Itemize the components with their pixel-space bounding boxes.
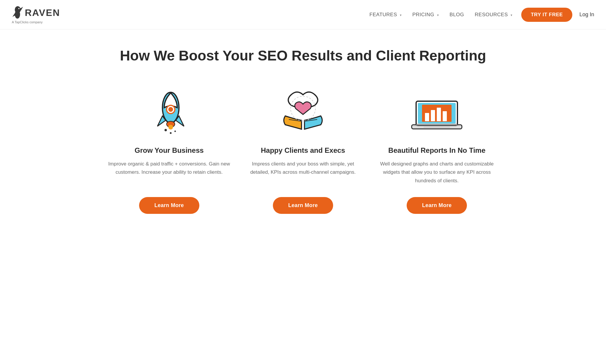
card-reports-desc: Well designed graphs and charts and cust… [376,160,498,186]
learn-more-grow-button[interactable]: Learn More [139,197,199,214]
svg-point-7 [168,107,173,112]
svg-marker-1 [20,7,23,11]
svg-point-12 [174,130,176,132]
svg-rect-22 [437,108,441,121]
card-clients-title: Happy Clients and Execs [261,146,345,155]
svg-point-9 [168,125,173,129]
svg-rect-23 [443,111,447,121]
card-reports: Beautiful Reports In No Time Well design… [376,85,498,214]
nav-item-blog[interactable]: BLOG [449,12,464,18]
raven-bird-icon [12,6,23,20]
nav-links: FEATURES ▾ PRICING ▾ BLOG RESOURCES ▾ [369,12,512,18]
chevron-down-icon: ▾ [511,13,513,17]
svg-point-3 [15,10,20,19]
heart-hands-icon [276,85,330,138]
card-happy-clients: Happy Clients and Execs Impress clients … [242,85,364,214]
page-title: How We Boost Your SEO Results and Client… [108,47,498,64]
try-it-free-button[interactable]: TRY IT FREE [521,8,572,22]
svg-point-4 [18,8,19,9]
chevron-down-icon: ▾ [437,13,439,17]
card-grow-desc: Improve organic & paid traffic + convers… [108,160,230,186]
svg-point-11 [170,132,172,134]
rocket-icon [143,85,196,138]
nav-item-pricing[interactable]: PRICING ▾ [412,12,439,18]
laptop-chart-icon [410,85,463,138]
card-grow-business: Grow Your Business Improve organic & pai… [108,85,230,214]
svg-point-10 [164,129,167,131]
logo-tagline: A TapClicks company [12,20,43,24]
svg-rect-20 [425,113,429,121]
svg-rect-24 [416,124,457,125]
card-clients-desc: Impress clients and your boss with simpl… [242,160,364,186]
logo-area: RAVEN A TapClicks company [12,6,60,24]
nav-item-resources[interactable]: RESOURCES ▾ [475,12,513,18]
svg-rect-21 [431,110,435,121]
logo-text: RAVEN [25,8,60,17]
learn-more-reports-button[interactable]: Learn More [407,197,467,214]
navbar: RAVEN A TapClicks company FEATURES ▾ PRI… [0,0,606,29]
card-grow-title: Grow Your Business [135,146,204,155]
main-content: How We Boost Your SEO Results and Client… [96,29,510,237]
svg-rect-25 [423,127,450,128]
feature-cards: Grow Your Business Improve organic & pai… [108,85,498,214]
card-reports-title: Beautiful Reports In No Time [388,146,486,155]
nav-item-features[interactable]: FEATURES ▾ [369,12,402,18]
learn-more-clients-button[interactable]: Learn More [273,197,333,214]
chevron-down-icon: ▾ [400,13,402,17]
login-button[interactable]: Log In [579,12,594,18]
